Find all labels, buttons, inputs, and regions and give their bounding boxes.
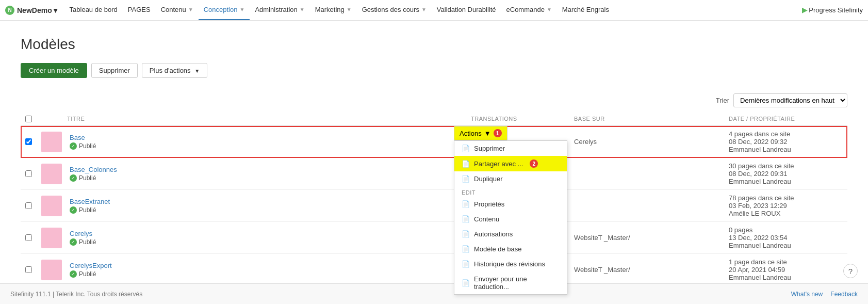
header-translations: TRANSLATIONS [471, 116, 574, 122]
feedback-link[interactable]: Feedback [830, 291, 858, 298]
action-autorisations[interactable]: 📄 Autorisations [454, 227, 567, 242]
nav-items: Tableau de bord PAGES Contenu ▼ Concepti… [64, 0, 803, 20]
row-check-1[interactable] [21, 138, 36, 145]
nav-item-validation[interactable]: Validation Durabilité [432, 0, 501, 20]
row-check-2[interactable] [21, 170, 36, 177]
progress-sitefinity-logo: ▶ Progress Sitefinity [802, 6, 863, 14]
help-button[interactable]: ? [843, 264, 858, 278]
action-modele-base[interactable]: 📄 Modèle de base [454, 242, 567, 257]
pages-4: 0 pages [729, 226, 847, 234]
row-thumb-1 [36, 132, 67, 152]
row-check-3[interactable] [21, 202, 36, 209]
nav-item-marketing[interactable]: Marketing ▼ [310, 0, 357, 20]
row-checkbox-3[interactable] [25, 202, 32, 209]
row-date-2: 30 pages dans ce site 08 Dec, 2022 09:31… [729, 162, 847, 185]
marketing-dropdown-arrow: ▼ [347, 7, 352, 12]
pages-3: 78 pages dans ce site [729, 194, 847, 202]
row-title-5: CerelysExport ✓ Publié [67, 262, 471, 278]
nav-item-administration[interactable]: Administration ▼ [250, 0, 309, 20]
basesur-text-5: WebsiteT _Master/ [574, 266, 630, 274]
nav-item-ecommande[interactable]: eCommande ▼ [501, 0, 557, 20]
nav-item-conception[interactable]: Conception ▼ [199, 0, 250, 20]
date-5: 20 Apr, 2021 04:59 [729, 266, 847, 274]
nav-item-gestions[interactable]: Gestions des cours ▼ [357, 0, 432, 20]
header-date: DATE / PROPRIÉTAIRE [729, 116, 847, 122]
action-contenu[interactable]: 📄 Contenu [454, 212, 567, 227]
brand-dropdown-arrow: ▼ [52, 6, 59, 14]
proprietes-label: Propriétés [474, 200, 504, 208]
brand-icon: N [5, 6, 14, 15]
owner-4: Emmanuel Landreau [729, 242, 847, 249]
row-basesur-5: WebsiteT _Master/ [574, 266, 729, 274]
status-text-4: Publié [79, 238, 96, 246]
action-partager[interactable]: 📄 Partager avec ... 2 [454, 156, 567, 171]
row-checkbox-4[interactable] [25, 234, 32, 241]
row-name-link-4[interactable]: Cerelys [70, 230, 471, 237]
nav-item-tableau[interactable]: Tableau de bord [64, 0, 123, 20]
page-title: Modèles [21, 36, 847, 53]
row-check-4[interactable] [21, 234, 36, 241]
status-badge-4: ✓ Publié [70, 238, 471, 246]
historique-icon: 📄 [462, 260, 470, 268]
date-1: 08 Dec, 2022 09:32 [729, 138, 847, 146]
row-name-link-3[interactable]: BaseExtranet [70, 198, 471, 205]
main-content: Modèles Créer un modèle Supprimer Plus d… [0, 21, 868, 301]
row-checkbox-1[interactable] [25, 138, 32, 145]
pages-5: 1 page dans ce site [729, 258, 847, 266]
gestions-dropdown-arrow: ▼ [421, 7, 427, 12]
row-check-5[interactable] [21, 266, 36, 273]
edit-section-label: EDIT [454, 186, 567, 197]
historique-label: Historique des révisions [474, 260, 545, 268]
table-row: Base ✓ Publié FR EN Actions ▼ 1 [21, 126, 847, 158]
nav-item-marche[interactable]: Marché Engrais [557, 0, 614, 20]
action-historique[interactable]: 📄 Historique des révisions [454, 257, 567, 271]
action-proprietes[interactable]: 📄 Propriétés [454, 197, 567, 212]
create-model-button[interactable]: Créer un modèle [21, 63, 87, 78]
autorisations-label: Autorisations [474, 230, 513, 238]
delete-button[interactable]: Supprimer [91, 63, 138, 78]
row-thumb-5 [36, 260, 67, 280]
row-name-link-1[interactable]: Base [70, 134, 471, 141]
nav-item-contenu[interactable]: Contenu ▼ [156, 0, 199, 20]
actions-dropdown: Actions ▼ 1 📄 Supprimer 📄 Partager avec … [454, 126, 507, 140]
more-actions-button[interactable]: Plus d'actions ▼ [142, 63, 207, 78]
supprimer-label: Supprimer [474, 145, 505, 152]
actions-button[interactable]: Actions ▼ 1 [454, 126, 507, 140]
table-row: Cerelys ✓ Publié FR EN WebsiteT _Master/… [21, 222, 847, 254]
row-date-1: 4 pages dans ce site 08 Dec, 2022 09:32 … [729, 130, 847, 153]
action-traduire[interactable]: 📄 Envoyer pour une traduction... [454, 271, 567, 294]
row-name-link-2[interactable]: Base_Colonnes [70, 166, 471, 173]
row-date-3: 78 pages dans ce site 03 Feb, 2023 12:29… [729, 194, 847, 217]
pages-1: 4 pages dans ce site [729, 130, 847, 138]
brand-logo[interactable]: N NewDemo ▼ [5, 6, 59, 15]
sort-label: Trier [716, 97, 729, 104]
status-dot-2: ✓ [70, 174, 77, 182]
nav-item-pages[interactable]: PAGES [123, 0, 156, 20]
action-dupliquer[interactable]: 📄 Dupliquer [454, 171, 567, 186]
help-icon: ? [848, 267, 853, 276]
row-title-3: BaseExtranet ✓ Publié [67, 198, 471, 214]
row-checkbox-2[interactable] [25, 170, 32, 177]
status-dot-3: ✓ [70, 206, 77, 214]
basesur-text-1: Cerelys [574, 138, 597, 146]
whats-new-link[interactable]: What's new [791, 291, 823, 298]
header-check[interactable] [21, 116, 36, 122]
thumbnail-2 [41, 164, 62, 184]
more-actions-arrow: ▼ [194, 68, 200, 74]
thumbnail-3 [41, 196, 62, 216]
actions-label: Actions [460, 130, 482, 137]
status-text-1: Publié [79, 142, 96, 150]
sort-select[interactable]: Dernières modifications en haut [733, 93, 847, 107]
brand-name: NewDemo [17, 6, 52, 14]
date-3: 03 Feb, 2023 12:29 [729, 202, 847, 210]
thumbnail-5 [41, 260, 62, 280]
action-supprimer[interactable]: 📄 Supprimer [454, 141, 567, 156]
owner-5: Emmanuel Landreau [729, 274, 847, 281]
status-badge-5: ✓ Publié [70, 270, 471, 278]
row-checkbox-5[interactable] [25, 266, 32, 273]
contenu-dropdown-arrow: ▼ [188, 7, 193, 12]
select-all-checkbox[interactable] [25, 116, 32, 122]
header-base-sur: BASE SUR [574, 116, 729, 122]
status-dot-1: ✓ [70, 142, 77, 150]
row-name-link-5[interactable]: CerelysExport [70, 262, 471, 269]
